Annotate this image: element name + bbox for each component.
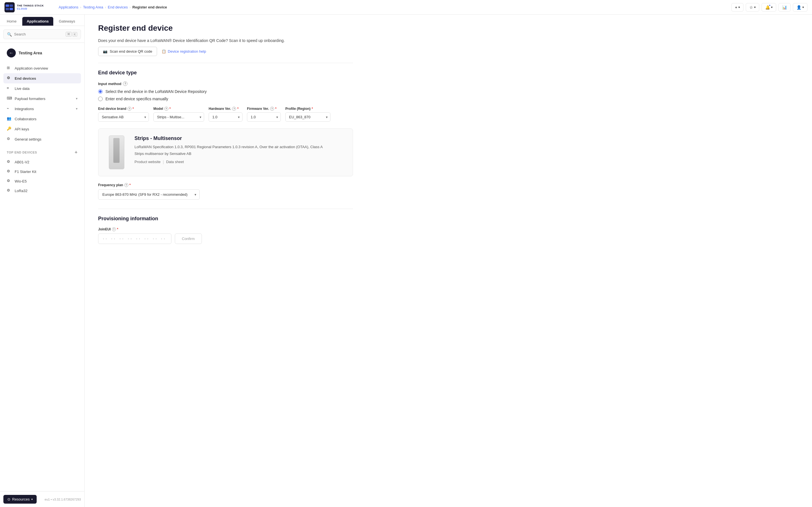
freq-plan-help-icon[interactable]: ? <box>124 183 128 187</box>
grid-icon: ⊞ <box>7 66 12 71</box>
device-item-wioe5[interactable]: ⚙ Wio-E5 <box>3 176 81 186</box>
device-item-ab01v2[interactable]: ⚙ AB01-V2 <box>3 157 81 167</box>
device-name: Strips - Multisensor <box>135 135 346 142</box>
chart-icon: 📊 <box>782 5 787 10</box>
sidebar-item-integrations[interactable]: ⌁ Integrations ▾ <box>3 104 81 114</box>
device-icon: ⚙ <box>7 188 12 193</box>
join-eui-required: * <box>117 227 118 231</box>
device-desc: Strips multisensor by Sensative AB <box>135 152 346 156</box>
add-button[interactable]: + ▾ <box>731 3 744 11</box>
breadcrumb-applications[interactable]: Applications <box>59 5 79 9</box>
scan-qr-button[interactable]: 📷 Scan end device QR code <box>98 47 157 56</box>
tab-applications[interactable]: Applications <box>22 17 53 25</box>
page-title: Register end device <box>98 24 353 33</box>
join-eui-input[interactable] <box>98 233 171 244</box>
chevron-down-icon4: ▾ <box>802 6 804 9</box>
tab-gateways[interactable]: Gateways <box>54 17 80 25</box>
radio-repo[interactable]: Select the end device in the LoRaWAN Dev… <box>98 89 353 94</box>
chevron-down-icon5: ▾ <box>76 97 78 101</box>
svg-rect-3 <box>6 8 9 10</box>
scan-btn-label: Scan end device QR code <box>110 49 152 54</box>
hw-ver-field-group: Hardware Ver. ? * 1.0 ▾ <box>209 107 243 122</box>
breadcrumb: Applications › Testing Area › End device… <box>55 5 731 9</box>
brand-help-icon[interactable]: ? <box>128 107 132 111</box>
brand-field-group: End device brand ? * Sensative AB ▾ <box>98 107 149 122</box>
breadcrumb-testing-area[interactable]: Testing Area <box>83 5 103 9</box>
svg-rect-4 <box>10 8 13 10</box>
brand-select[interactable]: Sensative AB <box>98 112 149 122</box>
input-method-label: Input method <box>98 82 121 86</box>
fw-ver-select[interactable]: 1.0 <box>247 112 281 122</box>
radio-manual-input[interactable] <box>98 97 103 101</box>
add-device-button[interactable]: + <box>74 150 78 155</box>
fw-ver-label: Firmware Ver. <box>247 107 269 111</box>
freq-plan-label: Frequency plan <box>98 183 123 187</box>
breadcrumb-end-devices[interactable]: End devices <box>108 5 128 9</box>
sidebar-item-api-keys[interactable]: 🔑 API keys <box>3 124 81 134</box>
profile-field-group: Profile (Region) * EU_863_870 ▾ <box>285 107 331 122</box>
notifications-button[interactable]: 🔔 ▾ <box>762 3 776 11</box>
model-help-icon[interactable]: ? <box>164 107 168 111</box>
sidebar-item-label: API keys <box>15 127 29 131</box>
resources-label: Resources <box>12 497 30 501</box>
freq-plan-section: Frequency plan ? * Europe 863-870 MHz (S… <box>98 183 353 200</box>
hw-ver-help-icon[interactable]: ? <box>232 107 236 111</box>
device-item-lora32[interactable]: ⚙ LoRa32 <box>3 186 81 195</box>
sidebar-item-collaborators[interactable]: 👥 Collaborators <box>3 114 81 124</box>
hw-ver-label: Hardware Ver. <box>209 107 231 111</box>
breadcrumb-sep3: › <box>130 5 131 9</box>
radio-repo-input[interactable] <box>98 89 103 94</box>
hw-ver-select[interactable]: 1.0 <box>209 112 243 122</box>
sidebar-item-app-overview[interactable]: ⊞ Application overview <box>3 63 81 73</box>
device-icon: ⚙ <box>7 159 12 165</box>
sidebar-item-payload-formatters[interactable]: ⌨ Payload formatters ▾ <box>3 94 81 104</box>
favorites-button[interactable]: ☆ ▾ <box>746 3 759 11</box>
search-input[interactable] <box>14 32 63 36</box>
sidebar-item-general-settings[interactable]: ⚙ General settings <box>3 134 81 144</box>
sidebar-item-label: Payload formatters <box>15 97 73 101</box>
camera-icon: 📷 <box>103 49 107 54</box>
top-end-devices-label: Top end devices <box>7 151 37 154</box>
freq-plan-select[interactable]: Europe 863-870 MHz (SF9 for RX2 - recomm… <box>98 189 200 200</box>
data-sheet-link[interactable]: Data sheet <box>166 160 184 164</box>
device-item-f1starter[interactable]: ⚙ F1 Starter Kit <box>3 167 81 176</box>
sidebar-item-live-data[interactable]: ≡ Live data <box>3 83 81 94</box>
sidebar-item-label: Application overview <box>15 66 48 70</box>
analytics-button[interactable]: 📊 <box>778 3 791 11</box>
end-device-type-section: End device type Input method ? Select th… <box>98 70 353 244</box>
chevron-down-icon: ▾ <box>739 6 740 9</box>
profile-select[interactable]: EU_863_870 <box>285 112 331 122</box>
freq-plan-required: * <box>130 183 131 187</box>
user-menu-button[interactable]: 👤 ▾ <box>793 3 808 11</box>
confirm-button[interactable]: Confirm <box>175 233 202 244</box>
help-link-button[interactable]: 📋 Device registration help <box>161 49 206 54</box>
product-website-link[interactable]: Product website <box>135 160 161 164</box>
qr-section: Does your end device have a LoRaWAN® Dev… <box>98 38 353 56</box>
back-button[interactable]: ← Testing Area <box>3 46 81 60</box>
tab-home[interactable]: Home <box>2 17 21 25</box>
sidebar-item-label: General settings <box>15 137 42 142</box>
radio-manual[interactable]: Enter end device specifics manually <box>98 97 353 101</box>
logo-sub: CLOUD <box>17 7 44 10</box>
device-icon: ⚙ <box>7 169 12 174</box>
chevron-down-icon3: ▾ <box>771 6 772 9</box>
resources-button[interactable]: ⊙ Resources ▾ <box>3 495 37 504</box>
back-label: Testing Area <box>18 51 42 55</box>
sidebar-item-label: Live data <box>15 87 30 91</box>
svg-rect-0 <box>4 2 15 12</box>
radio-repo-label: Select the end device in the LoRaWAN Dev… <box>105 89 207 94</box>
logo[interactable]: THE THINGS STACK CLOUD <box>4 2 55 12</box>
content-area: Register end device Does your end device… <box>85 15 812 507</box>
device-label: LoRa32 <box>15 189 28 193</box>
join-eui-help-icon[interactable]: ? <box>112 227 116 231</box>
qr-description: Does your end device have a LoRaWAN® Dev… <box>98 38 353 43</box>
sidebar-item-end-devices[interactable]: ⚙ End devices <box>3 73 81 83</box>
fw-ver-help-icon[interactable]: ? <box>270 107 274 111</box>
brand-required: * <box>133 107 134 111</box>
gear-icon: ⚙ <box>7 136 12 142</box>
logo-name: THE THINGS STACK <box>17 4 44 7</box>
code-icon: ⌨ <box>7 96 12 101</box>
model-select[interactable]: Strips - Multise... <box>153 112 204 122</box>
breadcrumb-sep1: › <box>80 5 81 9</box>
input-method-help-icon[interactable]: ? <box>123 81 128 86</box>
